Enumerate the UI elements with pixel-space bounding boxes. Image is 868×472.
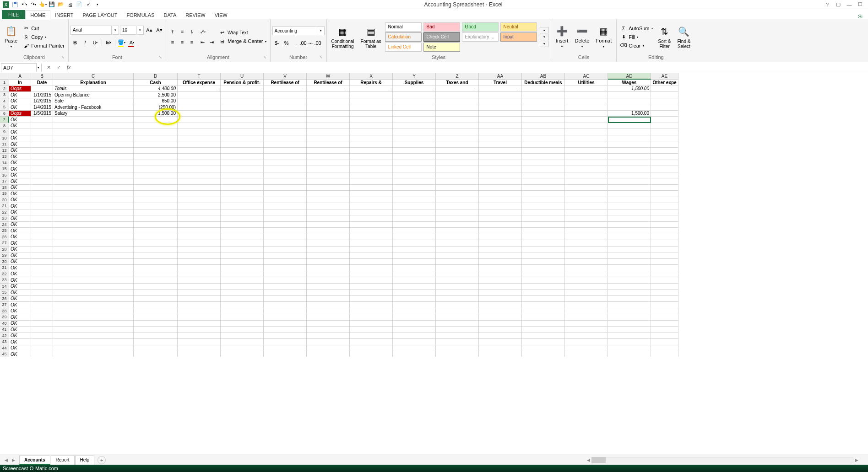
row-header-3[interactable]: 3: [0, 92, 9, 98]
fill-button[interactable]: ⬇Fill ▾: [618, 33, 654, 41]
cell-AB15[interactable]: [522, 166, 565, 172]
cell-B27[interactable]: [31, 240, 53, 247]
cell-X14[interactable]: [350, 160, 393, 166]
cell-B38[interactable]: [31, 308, 53, 315]
fx-button[interactable]: fx: [64, 63, 74, 72]
cell-AD10[interactable]: [608, 135, 651, 142]
cell-AD23[interactable]: [608, 215, 651, 222]
cell-Z39[interactable]: [436, 314, 479, 321]
font-name-dd-icon[interactable]: ▾: [113, 26, 119, 35]
cell-T21[interactable]: [178, 203, 221, 209]
row-header-7[interactable]: 7: [0, 117, 9, 123]
cell-Z20[interactable]: [436, 197, 479, 204]
row-header-38[interactable]: 38: [0, 308, 9, 315]
cell-U1[interactable]: Pension & profit-: [221, 80, 264, 86]
cell-V7[interactable]: [264, 117, 307, 123]
cell-A38[interactable]: OK: [9, 308, 31, 315]
cell-AB16[interactable]: [522, 172, 565, 179]
save-icon[interactable]: [11, 0, 19, 9]
spreadsheet-grid[interactable]: ABCDTUVWXYZAAABACADAE 123456789101112131…: [0, 73, 868, 357]
cell-B34[interactable]: [31, 284, 53, 290]
cell-B23[interactable]: [31, 215, 53, 222]
row-header-22[interactable]: 22: [0, 209, 9, 216]
row-header-27[interactable]: 27: [0, 240, 9, 247]
cell-A29[interactable]: OK: [9, 252, 31, 259]
cell-W24[interactable]: [307, 222, 350, 228]
cell-C20[interactable]: [53, 197, 134, 204]
cell-AA25[interactable]: [479, 228, 522, 234]
cell-Z19[interactable]: [436, 191, 479, 197]
col-header-Z[interactable]: Z: [436, 73, 479, 80]
cell-B25[interactable]: [31, 228, 53, 234]
cell-AC6[interactable]: [565, 111, 608, 117]
cell-Y10[interactable]: [393, 135, 436, 142]
cell-T23[interactable]: [178, 215, 221, 222]
cell-A17[interactable]: OK: [9, 178, 31, 185]
style-bad[interactable]: Bad: [423, 22, 460, 32]
cell-Z9[interactable]: [436, 129, 479, 135]
qat-more-icon[interactable]: ▾: [93, 0, 102, 9]
cell-Z13[interactable]: [436, 154, 479, 160]
cell-U45[interactable]: [221, 351, 264, 357]
cells-area[interactable]: InDateExplanationCashOffice expensePensi…: [9, 80, 678, 357]
tab-home[interactable]: HOME: [25, 11, 50, 20]
cell-AD34[interactable]: [608, 284, 651, 290]
cell-AE40[interactable]: [651, 321, 678, 327]
cell-Z12[interactable]: [436, 148, 479, 154]
cell-W2[interactable]: -: [307, 86, 350, 92]
cell-B10[interactable]: [31, 135, 53, 142]
cell-Z44[interactable]: [436, 345, 479, 352]
cell-Y40[interactable]: [393, 321, 436, 327]
cell-A41[interactable]: OK: [9, 327, 31, 333]
cell-Y13[interactable]: [393, 154, 436, 160]
cell-AA13[interactable]: [479, 154, 522, 160]
cell-D7[interactable]: [134, 117, 178, 123]
cell-AC29[interactable]: [565, 252, 608, 259]
row-header-29[interactable]: 29: [0, 252, 9, 259]
align-middle-button[interactable]: ≡: [178, 27, 187, 36]
cell-AC10[interactable]: [565, 135, 608, 142]
cell-Y2[interactable]: -: [393, 86, 436, 92]
row-header-42[interactable]: 42: [0, 333, 9, 339]
cell-T40[interactable]: [178, 321, 221, 327]
help-icon[interactable]: ?: [823, 0, 831, 9]
cell-X30[interactable]: [350, 259, 393, 265]
cell-AA23[interactable]: [479, 215, 522, 222]
row-header-32[interactable]: 32: [0, 271, 9, 278]
cell-C1[interactable]: Explanation: [53, 80, 134, 86]
cell-V30[interactable]: [264, 259, 307, 265]
cell-C40[interactable]: [53, 321, 134, 327]
cell-AA44[interactable]: [479, 345, 522, 352]
cell-A3[interactable]: OK: [9, 92, 31, 98]
cell-AA43[interactable]: [479, 339, 522, 345]
cell-AC13[interactable]: [565, 154, 608, 160]
cell-AC40[interactable]: [565, 321, 608, 327]
cell-C18[interactable]: [53, 185, 134, 191]
cell-W26[interactable]: [307, 234, 350, 241]
cell-C30[interactable]: [53, 259, 134, 265]
cell-C19[interactable]: [53, 191, 134, 197]
cell-AB14[interactable]: [522, 160, 565, 166]
cell-X42[interactable]: [350, 333, 393, 339]
cell-D31[interactable]: [134, 265, 178, 271]
cell-U38[interactable]: [221, 308, 264, 315]
cell-W1[interactable]: Rent/lease of: [307, 80, 350, 86]
save-as-icon[interactable]: 💾: [48, 0, 56, 9]
cell-B17[interactable]: [31, 178, 53, 185]
cell-AB18[interactable]: [522, 185, 565, 191]
cell-X36[interactable]: [350, 296, 393, 302]
sheet-tab-report[interactable]: Report: [51, 456, 75, 465]
cell-X37[interactable]: [350, 302, 393, 308]
spelling-icon[interactable]: ✓: [84, 0, 92, 9]
row-header-43[interactable]: 43: [0, 339, 9, 345]
cell-U36[interactable]: [221, 296, 264, 302]
cell-U11[interactable]: [221, 141, 264, 148]
cell-AD44[interactable]: [608, 345, 651, 352]
cell-B12[interactable]: [31, 148, 53, 154]
cell-A23[interactable]: OK: [9, 215, 31, 222]
cell-X8[interactable]: [350, 123, 393, 129]
cell-A35[interactable]: OK: [9, 290, 31, 296]
row-header-35[interactable]: 35: [0, 290, 9, 296]
cell-B26[interactable]: [31, 234, 53, 241]
sheet-nav-prev-icon[interactable]: ◀: [3, 457, 9, 463]
